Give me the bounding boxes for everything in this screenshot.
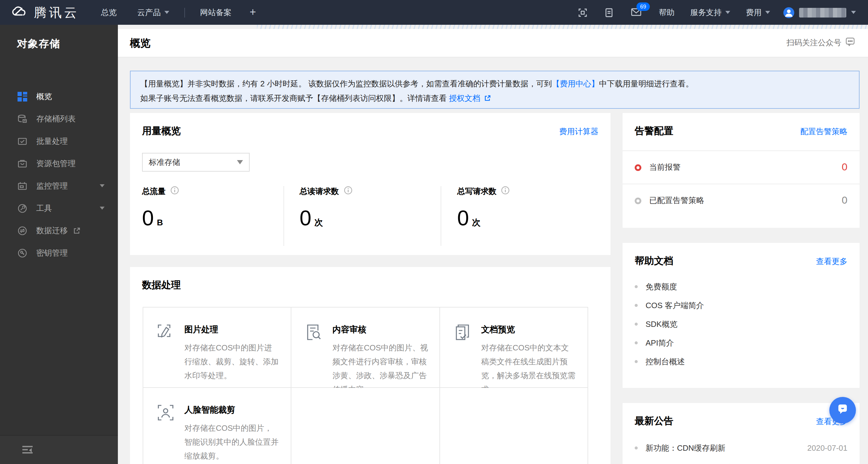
usage-stats: 总流量 0B 总读请求数 0次 总写请求数 bbox=[142, 186, 598, 246]
tencent-cloud-console: 腾讯云 总览 云产品 网站备案 + 69 帮助 bbox=[0, 0, 868, 464]
user-avatar[interactable] bbox=[783, 7, 794, 18]
chevron-down-icon bbox=[765, 11, 770, 14]
sidebar-item-overview[interactable]: 概览 bbox=[0, 85, 118, 107]
feature-doc-preview[interactable]: 文档预览 对存储在COS中的文本文稿类文件在线生成图片预览，解决多场景在线预览需… bbox=[440, 307, 588, 388]
bullet-dot bbox=[635, 285, 638, 288]
bullet-dot bbox=[635, 304, 638, 307]
stat-total-write-requests: 总写请求数 0次 bbox=[441, 186, 598, 246]
package-icon bbox=[18, 159, 27, 168]
feature-image-processing[interactable]: 图片处理 对存储在COS中的图片进行缩放、裁剪、旋转、添加水印等处理。 bbox=[143, 307, 291, 388]
bullet-dot bbox=[635, 341, 638, 344]
bullet-dot bbox=[635, 360, 638, 363]
product-title: 对象存储 bbox=[0, 25, 118, 51]
sidebar-item-data-migration[interactable]: 数据迁移 bbox=[0, 219, 118, 242]
migration-arrows-icon bbox=[18, 226, 27, 235]
page-header: 概览 扫码关注公众号 bbox=[118, 29, 868, 57]
usage-card-title: 用量概览 bbox=[142, 125, 181, 138]
current-alarms-row[interactable]: 当前报警 0 bbox=[623, 151, 860, 184]
grid-icon bbox=[18, 92, 27, 101]
notice-line-1: 【用量概览】并非实时数据，约有 2 小时时延。 该数据仅作为监控数据以供参考，如… bbox=[140, 77, 849, 91]
configured-policies-count: 0 bbox=[842, 195, 847, 207]
alarm-config-card: 告警配置 配置告警策略 当前报警 0 已配置告警策略 0 bbox=[623, 113, 860, 228]
sidebar-item-key-management[interactable]: 密钥管理 bbox=[0, 242, 118, 264]
processing-grid-empty-cell bbox=[291, 388, 440, 464]
chat-bubble-icon bbox=[835, 402, 850, 419]
help-link-console-overview[interactable]: 控制台概述 bbox=[623, 352, 860, 371]
chevron-down-icon bbox=[164, 11, 169, 14]
doc-preview-icon bbox=[453, 323, 471, 341]
external-link-icon bbox=[485, 92, 491, 106]
main-area: 概览 扫码关注公众号 【用量概览】并非实时数据，约有 2 小时时延。 该数据仅作… bbox=[118, 25, 868, 464]
billing-center-link[interactable]: 【费用中心】 bbox=[552, 79, 599, 88]
nav-item-billing[interactable]: 费用 bbox=[746, 7, 770, 18]
cost-calculator-link[interactable]: 费用计算器 bbox=[559, 126, 598, 137]
help-more-link[interactable]: 查看更多 bbox=[816, 256, 847, 267]
feature-content-audit[interactable]: 内容审核 对存储在COS中的图片、视频文件进行内容审核，审核涉黄、涉政、涉暴恐及… bbox=[291, 307, 440, 388]
sidebar: 对象存储 概览 存储桶列表 批量处理 资源包管理 bbox=[0, 25, 118, 464]
bucket-icon bbox=[18, 114, 27, 124]
qr-chat-bubble-icon bbox=[846, 37, 856, 48]
usage-notice-banner: 【用量概览】并非实时数据，约有 2 小时时延。 该数据仅作为监控数据以供参考，如… bbox=[130, 71, 860, 109]
follow-official-account[interactable]: 扫码关注公众号 bbox=[786, 37, 856, 48]
sidebar-item-resource-packages[interactable]: 资源包管理 bbox=[0, 152, 118, 175]
chevron-down-icon bbox=[100, 184, 104, 187]
help-link-sdk-overview[interactable]: SDK概览 bbox=[623, 315, 860, 333]
nav-item-icp-filing[interactable]: 网站备案 bbox=[200, 7, 231, 18]
external-link-icon bbox=[73, 227, 81, 234]
feature-face-crop[interactable]: 人脸智能裁剪 对存储在COS中的图片，智能识别其中的人脸位置并缩放裁剪。 bbox=[143, 388, 291, 464]
chevron-down-icon bbox=[100, 207, 104, 210]
qr-code-icon[interactable] bbox=[578, 7, 588, 17]
select-caret-icon bbox=[237, 160, 243, 164]
tencent-cloud-logo[interactable]: 腾讯云 bbox=[10, 4, 79, 21]
info-icon[interactable] bbox=[170, 186, 179, 197]
nav-item-cloud-products[interactable]: 云产品 bbox=[137, 7, 169, 18]
customer-service-chat-button[interactable] bbox=[829, 397, 856, 424]
nav-divider bbox=[184, 7, 185, 17]
help-docs-card: 帮助文档 查看更多 免费额度 COS 客户端简介 SDK概览 API简介 控制台… bbox=[623, 243, 860, 388]
nav-item-support[interactable]: 服务支持 bbox=[690, 7, 730, 18]
nav-right-group: 69 帮助 服务支持 费用 bbox=[578, 7, 868, 18]
policy-status-icon bbox=[635, 197, 641, 204]
stat-total-read-requests: 总读请求数 0次 bbox=[283, 186, 441, 246]
configure-alarm-policy-link[interactable]: 配置告警策略 bbox=[800, 126, 847, 137]
batch-check-icon bbox=[18, 136, 27, 146]
cloud-logo-icon bbox=[10, 5, 28, 20]
document-icon[interactable] bbox=[604, 7, 614, 17]
nav-add-button[interactable]: + bbox=[250, 6, 256, 19]
chevron-down-icon bbox=[851, 11, 856, 14]
username-redacted[interactable] bbox=[799, 7, 846, 17]
face-crop-icon bbox=[157, 404, 175, 422]
sidebar-item-bucket-list[interactable]: 存储桶列表 bbox=[0, 107, 118, 130]
monitor-calendar-icon bbox=[18, 181, 27, 191]
help-link-free-quota[interactable]: 免费额度 bbox=[623, 277, 860, 296]
sidebar-item-tools[interactable]: 工具 bbox=[0, 197, 118, 219]
storage-class-select[interactable]: 标准存储 bbox=[142, 153, 250, 172]
processing-grid-empty-cell bbox=[440, 388, 588, 464]
configured-policies-row[interactable]: 已配置告警策略 0 bbox=[623, 184, 860, 217]
tools-icon bbox=[18, 203, 27, 213]
announcement-item[interactable]: 资源包：新增CDN回源流量包 2020-04-30 bbox=[623, 458, 860, 464]
nav-item-help[interactable]: 帮助 bbox=[659, 7, 675, 18]
mail-icon[interactable]: 69 bbox=[631, 7, 641, 17]
announcements-card: 最新公告 查看更多 新功能：CDN缓存刷新 2020-07-01 资源包：新增C… bbox=[623, 403, 860, 464]
image-processing-icon bbox=[157, 323, 175, 341]
data-processing-card: 数据处理 图片处理 对存储在COS中的图片进行缩放、裁剪、旋转、添加水印等处理。 bbox=[130, 267, 611, 464]
notice-line-2: 如果子账号无法查看概览数据，请联系开发商赋予【存储桶列表访问权限】。详情请查看 … bbox=[140, 91, 849, 106]
info-icon[interactable] bbox=[501, 186, 510, 197]
key-icon bbox=[18, 248, 27, 258]
sidebar-item-batch-processing[interactable]: 批量处理 bbox=[0, 130, 118, 152]
nav-item-overview[interactable]: 总览 bbox=[101, 7, 117, 18]
bullet-dot bbox=[635, 323, 638, 326]
sidebar-item-monitoring[interactable]: 监控管理 bbox=[0, 175, 118, 197]
sidebar-menu: 概览 存储桶列表 批量处理 资源包管理 监控管理 bbox=[0, 85, 118, 264]
collapse-sidebar-button[interactable] bbox=[22, 445, 33, 454]
info-icon[interactable] bbox=[344, 186, 352, 197]
announcement-item[interactable]: 新功能：CDN缓存刷新 2020-07-01 bbox=[623, 438, 860, 458]
auth-doc-link[interactable]: 授权文档 bbox=[449, 94, 480, 103]
processing-card-title: 数据处理 bbox=[142, 279, 181, 292]
stat-total-traffic: 总流量 0B bbox=[142, 186, 283, 246]
alarm-card-title: 告警配置 bbox=[635, 125, 673, 138]
help-link-cos-client[interactable]: COS 客户端简介 bbox=[623, 296, 860, 315]
help-link-api-intro[interactable]: API简介 bbox=[623, 333, 860, 352]
top-navbar: 腾讯云 总览 云产品 网站备案 + 69 帮助 bbox=[0, 0, 868, 25]
